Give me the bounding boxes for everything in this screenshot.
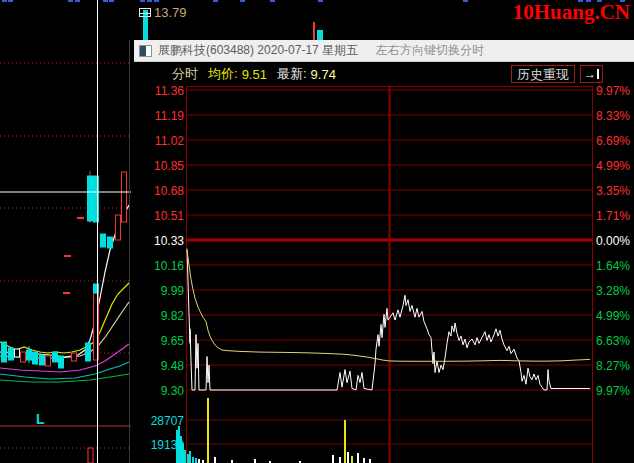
price-axis-label: 9.48 bbox=[161, 359, 185, 373]
volume-axis-label: 19138 bbox=[151, 438, 185, 452]
candle-body bbox=[86, 343, 91, 361]
top-volume-bar bbox=[317, 30, 323, 40]
candle-body bbox=[40, 355, 45, 365]
watermark: 10Huang.CN bbox=[513, 1, 630, 24]
volume-axis-label: 28707 bbox=[151, 414, 185, 428]
candle-body bbox=[53, 352, 58, 362]
pct-axis-label: 3.28% bbox=[596, 284, 630, 298]
history-replay-button[interactable]: 历史重现 bbox=[511, 65, 575, 83]
intraday-chart: 11.3611.1911.0210.8510.6810.5110.3310.16… bbox=[134, 86, 634, 463]
candle-body bbox=[2, 342, 7, 362]
price-tag-icon bbox=[139, 8, 151, 17]
price-axis-label: 9.99 bbox=[161, 284, 185, 298]
pct-axis-label: 4.99% bbox=[596, 309, 630, 323]
next-period-button[interactable]: → bbox=[580, 65, 603, 83]
pct-axis-label: 1.71% bbox=[596, 209, 630, 223]
price-axis-label: 10.68 bbox=[154, 184, 184, 198]
candle-body bbox=[15, 349, 20, 357]
intraday-window: 展鹏科技(603488) 2020-07-17 星期五 左右方向键切换分时 分时… bbox=[134, 40, 634, 463]
candle-body bbox=[27, 350, 32, 360]
price-axis-label: 11.19 bbox=[155, 109, 184, 123]
kline-high-marker: 13.79 bbox=[139, 6, 187, 19]
pct-axis-label: 6.63% bbox=[596, 334, 630, 348]
kline-high-price: 13.79 bbox=[154, 6, 187, 19]
price-axis-label: 9.65 bbox=[161, 334, 185, 348]
avg-price-label: 均价: bbox=[208, 65, 238, 83]
pct-axis-label: 8.27% bbox=[596, 359, 630, 373]
app-screen: L 13.79 10Huang.CN 展鹏科技(603488) 2020-07-… bbox=[0, 0, 634, 463]
arrow-right-icon: → bbox=[584, 68, 596, 80]
price-axis-label: 10.16 bbox=[154, 259, 184, 273]
candle-body bbox=[116, 215, 121, 240]
pct-axis-label: 1.64% bbox=[596, 259, 630, 273]
pct-axis-label: 6.69% bbox=[596, 134, 630, 148]
window-title: 展鹏科技(603488) 2020-07-17 星期五 bbox=[158, 42, 358, 59]
pct-axis-label: 0.00% bbox=[596, 234, 630, 248]
price-axis-label: 10.85 bbox=[154, 159, 184, 173]
window-hint: 左右方向键切换分时 bbox=[376, 42, 484, 59]
candle-body bbox=[72, 353, 77, 361]
price-axis-label: 9.30 bbox=[161, 384, 185, 398]
pct-axis-label: 9.97% bbox=[596, 384, 630, 398]
pane-label: L bbox=[36, 411, 45, 427]
candle-body bbox=[122, 172, 127, 222]
last-price-label: 最新: bbox=[277, 65, 307, 83]
candle-body bbox=[108, 237, 113, 248]
candle-body bbox=[59, 356, 64, 368]
last-price-value: 9.74 bbox=[311, 67, 336, 82]
pct-axis-label: 4.99% bbox=[596, 159, 630, 173]
candle-body bbox=[9, 348, 14, 360]
price-axis-label: 10.51 bbox=[154, 209, 184, 223]
price-axis-label: 9.82 bbox=[161, 309, 185, 323]
mode-label: 分时 bbox=[172, 65, 198, 83]
candle-body bbox=[21, 352, 26, 362]
arrow-bar-icon bbox=[597, 69, 599, 79]
candle-body bbox=[33, 352, 38, 364]
pct-axis-label: 3.35% bbox=[596, 184, 630, 198]
price-axis-label: 10.33 bbox=[154, 234, 184, 248]
candle-body bbox=[101, 234, 106, 247]
window-titlebar[interactable]: 展鹏科技(603488) 2020-07-17 星期五 左右方向键切换分时 bbox=[134, 40, 634, 62]
chart-header: 分时 均价: 9.51 最新: 9.74 历史重现 → bbox=[134, 62, 634, 86]
window-icon bbox=[139, 45, 152, 57]
candle-body bbox=[46, 356, 51, 366]
price-axis-label: 11.02 bbox=[155, 134, 184, 148]
avg-price-value: 9.51 bbox=[242, 67, 267, 82]
pct-axis-label: 8.33% bbox=[596, 109, 630, 123]
candle-body bbox=[88, 176, 93, 221]
kline-volume-bar bbox=[88, 448, 93, 463]
